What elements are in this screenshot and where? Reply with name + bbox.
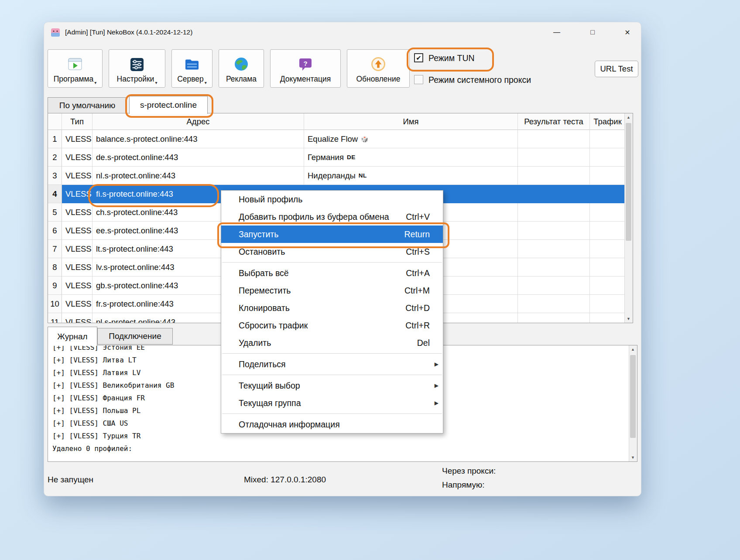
menu-separator bbox=[222, 413, 442, 414]
tun-mode-checkbox[interactable]: ✔ bbox=[414, 53, 423, 62]
update-icon bbox=[371, 57, 386, 72]
titlebar: [Admin] [Tun] NekoBox (4.0.1-2024-12-12)… bbox=[44, 22, 641, 42]
menu-item-stop[interactable]: Остановить Ctrl+S bbox=[221, 243, 443, 260]
scrollbar-thumb[interactable] bbox=[626, 123, 631, 241]
table-row[interactable]: 1 VLESS balance.s-protect.online:443 Equ… bbox=[48, 130, 633, 148]
cell-type: VLESS bbox=[62, 130, 92, 148]
toolbar-button-docs[interactable]: ? Документация bbox=[270, 49, 341, 88]
toolbar-button-program[interactable]: Программа▾ bbox=[48, 49, 103, 88]
row-number: 8 bbox=[48, 258, 62, 277]
cell-type: VLESS bbox=[62, 167, 92, 185]
scroll-down-icon[interactable]: ▼ bbox=[629, 454, 637, 461]
program-icon bbox=[67, 58, 83, 72]
row-number: 6 bbox=[48, 222, 62, 240]
scroll-down-icon[interactable]: ▼ bbox=[625, 315, 632, 323]
row-number: 2 bbox=[48, 148, 62, 167]
menu-item-current-group[interactable]: Текущая группа ▶ bbox=[221, 394, 443, 412]
flag-badge: DE bbox=[347, 154, 356, 160]
cell-type: VLESS bbox=[62, 203, 92, 222]
cell-traffic bbox=[590, 277, 626, 295]
cell-test-result bbox=[518, 148, 590, 167]
toolbar-button-ads[interactable]: Реклама bbox=[219, 49, 264, 88]
log-tab-journal[interactable]: Журнал bbox=[48, 327, 97, 346]
check-icon: ✔ bbox=[416, 54, 421, 62]
scroll-up-icon[interactable]: ▲ bbox=[629, 345, 637, 353]
cell-test-result bbox=[518, 258, 590, 277]
menu-item-debug-info[interactable]: Отладочная информация bbox=[221, 416, 443, 433]
app-window: [Admin] [Tun] NekoBox (4.0.1-2024-12-12)… bbox=[44, 22, 641, 496]
submenu-arrow-icon: ▶ bbox=[435, 400, 439, 406]
menu-item-select-all[interactable]: Выбрать всё Ctrl+A bbox=[221, 264, 443, 282]
menu-separator bbox=[222, 353, 442, 354]
menu-item-run[interactable]: Запустить Return bbox=[221, 225, 443, 243]
menu-item-clone[interactable]: Клонировать Ctrl+D bbox=[221, 299, 443, 317]
header-cell-traffic[interactable]: Трафик bbox=[590, 113, 626, 130]
row-number: 7 bbox=[48, 240, 62, 258]
cell-traffic bbox=[590, 240, 626, 258]
url-test-button[interactable]: URL Test bbox=[595, 61, 638, 77]
tab-s-protect-group[interactable]: s-protect.online bbox=[129, 96, 208, 114]
globe-icon bbox=[234, 57, 249, 72]
status-state: Не запущен bbox=[48, 475, 93, 485]
cell-test-result bbox=[518, 295, 590, 313]
menu-indicator-icon: ▾ bbox=[155, 80, 157, 85]
header-cell-test-result[interactable]: Результат теста bbox=[518, 113, 590, 130]
tun-mode-label: Режим TUN bbox=[428, 53, 475, 63]
cell-traffic bbox=[590, 295, 626, 313]
row-number: 11 bbox=[48, 313, 62, 323]
menu-item-move[interactable]: Переместить Ctrl+M bbox=[221, 282, 443, 299]
minimize-button[interactable]: — bbox=[547, 22, 567, 42]
header-cell-index bbox=[48, 113, 62, 130]
cell-type: VLESS bbox=[62, 277, 92, 295]
menu-item-new-profile[interactable]: Новый профиль bbox=[221, 191, 443, 208]
scrollbar-thumb[interactable] bbox=[630, 355, 636, 438]
row-number: 9 bbox=[48, 277, 62, 295]
settings-icon bbox=[130, 58, 144, 72]
cell-traffic bbox=[590, 258, 626, 277]
menu-indicator-icon: ▾ bbox=[94, 80, 96, 85]
cell-traffic bbox=[590, 167, 626, 185]
toolbar-button-update[interactable]: Обновление bbox=[347, 49, 410, 88]
context-menu: Новый профиль Добавить профиль из буфера… bbox=[221, 190, 443, 434]
system-proxy-checkbox[interactable] bbox=[414, 75, 423, 84]
maximize-button[interactable]: □ bbox=[582, 22, 603, 42]
header-cell-address[interactable]: Адрес bbox=[92, 113, 304, 130]
log-line: Удалено 0 профилей: bbox=[52, 442, 637, 455]
menu-item-reset-traffic[interactable]: Сбросить трафик Ctrl+R bbox=[221, 317, 443, 334]
header-cell-name[interactable]: Имя bbox=[304, 113, 518, 130]
toolbar-button-label: Сервер bbox=[177, 75, 204, 84]
toolbar-button-label: Программа bbox=[54, 75, 94, 84]
toolbar: Программа▾ Настройки▾ Сервер▾ bbox=[48, 49, 410, 88]
status-mixed-listen: Mixed: 127.0.0.1:2080 bbox=[244, 475, 326, 485]
cell-type: VLESS bbox=[62, 313, 92, 323]
toolbar-button-label: Документация bbox=[280, 75, 331, 84]
log-scrollbar[interactable]: ▲ ▼ bbox=[629, 345, 637, 461]
window-title: [Admin] [Tun] NekoBox (4.0.1-2024-12-12) bbox=[65, 28, 192, 36]
cell-type: VLESS bbox=[62, 185, 92, 203]
menu-item-delete[interactable]: Удалить Del bbox=[221, 334, 443, 352]
app-icon bbox=[50, 27, 61, 38]
row-number: 4 bbox=[48, 185, 62, 203]
menu-item-share[interactable]: Поделиться ▶ bbox=[221, 355, 443, 373]
system-proxy-label: Режим системного прокси bbox=[428, 75, 531, 85]
log-tab-connections[interactable]: Подключение bbox=[97, 328, 173, 345]
toolbar-button-server[interactable]: Сервер▾ bbox=[171, 49, 212, 88]
table-row[interactable]: 2 VLESS de.s-protect.online:443 Германия… bbox=[48, 148, 633, 167]
cell-type: VLESS bbox=[62, 222, 92, 240]
scroll-up-icon[interactable]: ▲ bbox=[625, 113, 632, 121]
docs-icon: ? bbox=[298, 58, 313, 72]
close-button[interactable]: ✕ bbox=[617, 22, 637, 42]
table-row[interactable]: 3 VLESS nl.s-protect.online:443 Нидерлан… bbox=[48, 167, 633, 185]
menu-item-add-from-clipboard[interactable]: Добавить профиль из буфера обмена Ctrl+V bbox=[221, 208, 443, 225]
cell-traffic bbox=[590, 130, 626, 148]
cell-traffic bbox=[590, 222, 626, 240]
tab-default-group[interactable]: По умолчанию bbox=[48, 97, 127, 114]
cell-test-result bbox=[518, 240, 590, 258]
cell-test-result bbox=[518, 222, 590, 240]
toolbar-button-settings[interactable]: Настройки▾ bbox=[109, 49, 165, 88]
cell-address: balance.s-protect.online:443 bbox=[92, 130, 304, 148]
cell-test-result bbox=[518, 203, 590, 222]
header-cell-type[interactable]: Тип bbox=[62, 113, 92, 130]
table-scrollbar[interactable]: ▲ ▼ bbox=[624, 113, 633, 323]
menu-item-current-select[interactable]: Текущий выбор ▶ bbox=[221, 377, 443, 394]
